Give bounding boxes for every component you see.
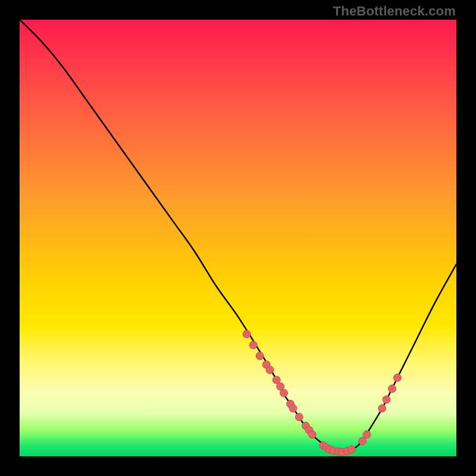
watermark-label: TheBottleneck.com [333,4,456,19]
plot-background [20,20,456,456]
chart-stage: TheBottleneck.com [0,0,476,476]
